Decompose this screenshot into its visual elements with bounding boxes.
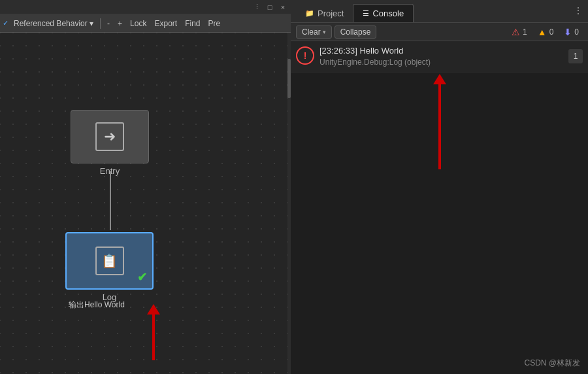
console-arrow-shaft [438, 84, 441, 169]
console-entry-main: [23:26:33] Hello World [319, 45, 568, 57]
warn-icon: ▲ [538, 27, 547, 37]
watermark: CSDN @林新发 [524, 358, 580, 369]
title-bar-icons: ⋮ □ × [252, 2, 288, 12]
node-connector [110, 171, 111, 230]
lock-button[interactable]: Lock [127, 18, 149, 29]
close-icon[interactable]: × [278, 2, 288, 12]
collapse-button[interactable]: Collapse [335, 26, 377, 39]
console-entry-text: [23:26:33] Hello World UnityEngine.Debug… [319, 45, 568, 68]
clear-dropdown-icon: ▾ [323, 29, 326, 35]
find-button[interactable]: Find [182, 18, 203, 29]
toolbar: ✓ Referenced Behavior ▾ - + Lock Export … [0, 14, 291, 33]
title-bar: ⋮ □ × [0, 0, 291, 14]
console-entry[interactable]: ! [23:26:33] Hello World UnityEngine.Deb… [291, 41, 588, 73]
log-sublabel: 输出Hello World [69, 299, 125, 311]
more-icon[interactable]: ⋮ [252, 2, 262, 12]
graph-arrow-head [147, 304, 160, 314]
info-badge[interactable]: ⬇ 0 [560, 27, 583, 37]
log-node[interactable]: 📋 ✔ Log [65, 232, 154, 302]
check-icon: ✓ [3, 19, 8, 27]
export-button[interactable]: Export [152, 18, 180, 29]
error-icon: ⚠ [512, 27, 520, 37]
info-icon: ⬇ [564, 27, 572, 37]
project-icon: 📁 [305, 9, 314, 18]
tab-more-icon[interactable]: ⋮ [574, 5, 583, 16]
tab-bar: 📁 Project ☰ Console ⋮ [291, 0, 588, 23]
console-toolbar: Clear ▾ Collapse ⚠ 1 ▲ 0 ⬇ 0 [291, 23, 588, 41]
minus-button[interactable]: - [105, 18, 112, 29]
plus-button[interactable]: + [115, 18, 125, 29]
graph-arrow-shaft [152, 314, 155, 360]
toolbar-separator-1 [100, 18, 101, 29]
entry-node: ➜ Entry [71, 110, 149, 176]
graph-red-arrow [147, 304, 160, 360]
log-icon: 📋 [95, 246, 124, 275]
entry-error-icon: ! [296, 46, 314, 65]
maximize-icon[interactable]: □ [265, 2, 275, 12]
console-entry-count: 1 [568, 49, 583, 63]
console-icon: ☰ [363, 9, 369, 18]
console-content[interactable]: ! [23:26:33] Hello World UnityEngine.Deb… [291, 41, 588, 374]
entry-icon: ➜ [95, 122, 124, 151]
console-entry-sub: UnityEngine.Debug:Log (object) [319, 57, 568, 68]
console-arrow-head [433, 74, 446, 84]
log-box: 📋 ✔ [65, 232, 154, 290]
error-badge[interactable]: ⚠ 1 [508, 27, 531, 37]
referenced-behavior-dropdown[interactable]: Referenced Behavior ▾ [11, 18, 96, 29]
console-red-arrow [433, 74, 446, 169]
pre-button[interactable]: Pre [205, 18, 223, 29]
right-panel: 📁 Project ☰ Console ⋮ Clear ▾ Collapse ⚠… [291, 0, 588, 374]
entry-box: ➜ [71, 110, 149, 163]
tab-project[interactable]: 📁 Project [296, 4, 353, 22]
graph-canvas[interactable]: ➜ Entry 📋 ✔ Log 输出Hello World [0, 33, 291, 374]
warn-badge[interactable]: ▲ 0 [534, 27, 558, 37]
clear-button[interactable]: Clear ▾ [296, 26, 332, 39]
tab-console[interactable]: ☰ Console [353, 4, 414, 22]
log-checkmark-icon: ✔ [137, 270, 147, 284]
